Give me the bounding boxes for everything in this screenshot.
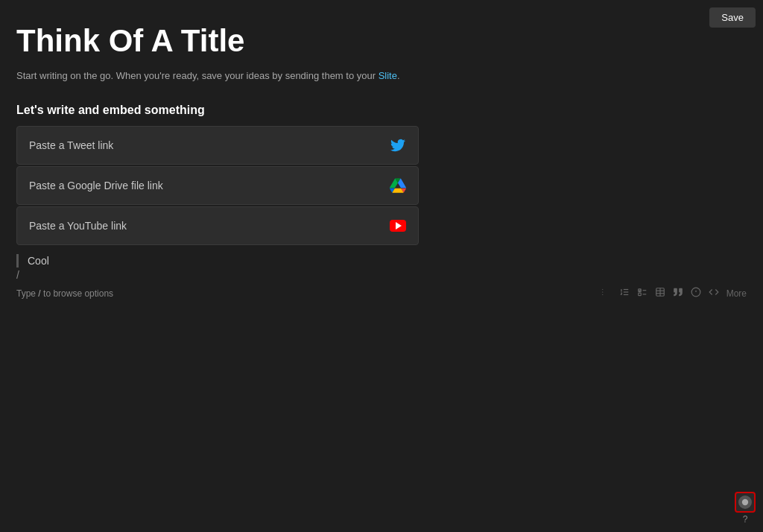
editor-area: Cool / Type / to browse options [16, 254, 747, 303]
block-quote-text: Cool [28, 255, 49, 267]
ordered-list-icon[interactable] [619, 287, 630, 300]
toolbar-hint: Type / to browse options [16, 288, 113, 299]
toolbar-icons: More [601, 287, 747, 300]
help-icon-wrapper[interactable] [735, 492, 756, 513]
section-heading: Let's write and embed something [16, 104, 747, 117]
gdrive-card-label: Paste a Google Drive file link [29, 180, 163, 191]
svg-rect-1 [602, 292, 603, 293]
gdrive-icon [390, 177, 406, 194]
main-content: Think Of A Title Start writing on the go… [0, 0, 763, 303]
unordered-list-icon[interactable] [601, 287, 612, 300]
embed-cards-container: Paste a Tweet link Paste a Google Drive … [16, 126, 747, 245]
block-quote: Cool [16, 254, 747, 267]
code-icon[interactable] [709, 287, 719, 300]
toolbar-more-button[interactable]: More [726, 288, 747, 299]
svg-point-17 [742, 499, 748, 505]
svg-rect-0 [602, 289, 603, 290]
help-button[interactable]: ? [735, 492, 756, 525]
page-title: Think Of A Title [16, 22, 747, 60]
callout-icon[interactable] [691, 287, 701, 300]
checklist-icon[interactable] [637, 287, 648, 300]
top-bar: Save [709, 7, 756, 28]
youtube-embed-card[interactable]: Paste a YouTube link [16, 206, 419, 245]
table-icon[interactable] [655, 287, 665, 300]
slash-indicator: / [16, 269, 747, 281]
youtube-card-label: Paste a YouTube link [29, 220, 127, 232]
subtitle-text: Start writing on the go. When you're rea… [16, 70, 747, 81]
save-button[interactable]: Save [709, 7, 756, 28]
gdrive-embed-card[interactable]: Paste a Google Drive file link [16, 166, 419, 205]
tweet-card-label: Paste a Tweet link [29, 139, 113, 151]
youtube-icon [390, 218, 406, 234]
editor-toolbar: Type / to browse options [16, 284, 747, 303]
tweet-embed-card[interactable]: Paste a Tweet link [16, 126, 419, 165]
twitter-icon [390, 137, 406, 153]
help-question-mark: ? [743, 514, 748, 525]
help-icon-inner [738, 495, 752, 509]
svg-rect-8 [638, 294, 641, 297]
slite-link[interactable]: Slite [379, 70, 397, 81]
svg-rect-2 [602, 294, 603, 295]
quote-icon[interactable] [673, 287, 683, 300]
